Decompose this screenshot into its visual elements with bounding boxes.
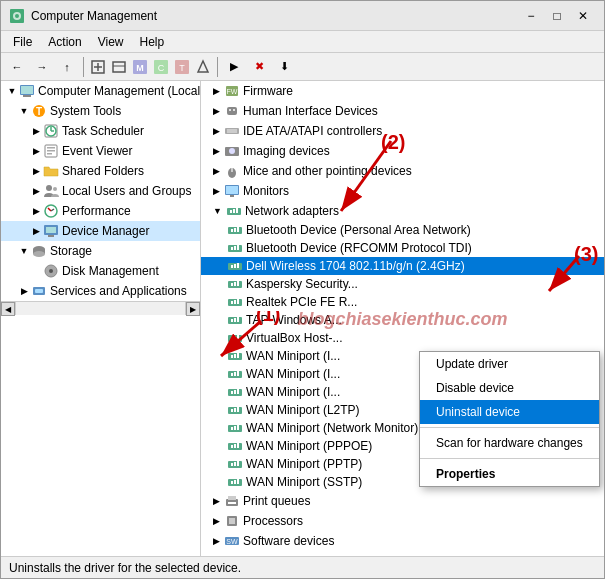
category-monitors[interactable]: ▶ Monitors: [201, 181, 604, 201]
expand-monitors[interactable]: ▶: [213, 186, 220, 196]
toolbar-btn-3[interactable]: M: [130, 56, 150, 78]
toolbar-btn-1[interactable]: [88, 56, 108, 78]
device-kaspersky[interactable]: Kaspersky Security...: [201, 275, 604, 293]
tree-label-services: Services and Applications: [50, 284, 187, 298]
minimize-button[interactable]: −: [518, 3, 544, 29]
tree-item-disk-management[interactable]: ▶ Disk Management: [1, 261, 200, 281]
left-scroll-right[interactable]: ▶: [186, 302, 200, 316]
expand-storage[interactable]: ▼: [17, 244, 31, 258]
expand-mice[interactable]: ▶: [213, 166, 220, 176]
expand-ide[interactable]: ▶: [213, 126, 220, 136]
tree-item-services[interactable]: ▶ Services and Applications: [1, 281, 200, 301]
menu-file[interactable]: File: [5, 33, 40, 51]
label-wan-netmon: WAN Miniport (Network Monitor): [246, 421, 418, 435]
toolbar-btn-2[interactable]: [109, 56, 129, 78]
close-button[interactable]: ✕: [570, 3, 596, 29]
category-ide[interactable]: ▶ IDE ATA/ATAPI controllers: [201, 121, 604, 141]
svg-rect-69: [234, 264, 236, 268]
svg-rect-65: [234, 246, 236, 250]
svg-point-44: [229, 109, 231, 111]
toolbar-btn-6[interactable]: [193, 56, 213, 78]
menu-help[interactable]: Help: [132, 33, 173, 51]
expand-event-viewer[interactable]: ▶: [29, 144, 43, 158]
svg-rect-78: [237, 299, 239, 304]
category-firmware[interactable]: ▶ FW Firmware: [201, 81, 604, 101]
category-imaging[interactable]: ▶ Imaging devices: [201, 141, 604, 161]
category-processors[interactable]: ▶ Processors: [201, 511, 604, 531]
svg-rect-27: [47, 153, 52, 155]
expand-hid[interactable]: ▶: [213, 106, 220, 116]
category-mice[interactable]: ▶ Mice and other pointing devices: [201, 161, 604, 181]
toolbar-stop[interactable]: ✖: [247, 56, 271, 78]
icon-storage: [31, 243, 47, 259]
toolbar-back[interactable]: ←: [5, 56, 29, 78]
context-menu-uninstall-device[interactable]: Uninstall device: [420, 400, 599, 424]
context-menu-update-driver[interactable]: Update driver: [420, 352, 599, 376]
expand-print[interactable]: ▶: [213, 496, 220, 506]
toolbar-play[interactable]: ▶: [222, 56, 246, 78]
context-menu-scan[interactable]: Scan for hardware changes: [420, 431, 599, 455]
expand-processors[interactable]: ▶: [213, 516, 220, 526]
expand-imaging[interactable]: ▶: [213, 146, 220, 156]
svg-rect-120: [228, 496, 236, 500]
expand-system-tools[interactable]: ▼: [17, 104, 31, 118]
category-hid[interactable]: ▶ Human Interface Devices: [201, 101, 604, 121]
expand-task-scheduler[interactable]: ▶: [29, 124, 43, 138]
toolbar-forward[interactable]: →: [30, 56, 54, 78]
svg-rect-56: [230, 210, 232, 213]
svg-point-49: [229, 148, 235, 154]
label-mice: Mice and other pointing devices: [243, 164, 412, 178]
svg-rect-106: [237, 425, 239, 430]
device-realtek[interactable]: Realtek PCIe FE R...: [201, 293, 604, 311]
expand-root[interactable]: ▼: [5, 84, 19, 98]
left-scroll-left[interactable]: ◀: [1, 302, 15, 316]
maximize-button[interactable]: □: [544, 3, 570, 29]
expand-local-users[interactable]: ▶: [29, 184, 43, 198]
tree-item-performance[interactable]: ▶ Performance: [1, 201, 200, 221]
device-tap[interactable]: TAP-Windows A...: [201, 311, 604, 329]
menu-view[interactable]: View: [90, 33, 132, 51]
device-dell-wireless[interactable]: Dell Wireless 1704 802.11b/g/n (2.4GHz): [201, 257, 604, 275]
svg-rect-82: [237, 317, 239, 322]
label-virtualbox: VirtualBox Host-...: [246, 331, 342, 345]
expand-services[interactable]: ▶: [17, 284, 31, 298]
icon-firmware: FW: [224, 83, 240, 99]
icon-processors: [224, 513, 240, 529]
tree-item-shared-folders[interactable]: ▶ Shared Folders: [1, 161, 200, 181]
expand-software[interactable]: ▶: [213, 536, 220, 546]
tree-item-root[interactable]: ▼ Computer Management (Local: [1, 81, 200, 101]
tree-item-local-users[interactable]: ▶ Local Users and Groups: [1, 181, 200, 201]
device-virtualbox[interactable]: VirtualBox Host-...: [201, 329, 604, 347]
tree-item-task-scheduler[interactable]: ▶ Task Scheduler: [1, 121, 200, 141]
label-tap: TAP-Windows A...: [246, 313, 342, 327]
toolbar-refresh[interactable]: ⬇: [272, 56, 296, 78]
toolbar-btn-4[interactable]: C: [151, 56, 171, 78]
category-print[interactable]: ▶ Print queues: [201, 491, 604, 511]
expand-device-manager[interactable]: ▶: [29, 224, 43, 238]
svg-text:SW: SW: [226, 538, 238, 545]
svg-rect-102: [237, 407, 239, 412]
expand-network[interactable]: ▼: [213, 206, 222, 216]
toolbar-up[interactable]: ↑: [55, 56, 79, 78]
expand-firmware[interactable]: ▶: [213, 86, 220, 96]
left-scroll-track[interactable]: [15, 302, 186, 315]
svg-rect-92: [231, 373, 233, 376]
tree-item-storage[interactable]: ▼ Storage: [1, 241, 200, 261]
tree-item-event-viewer[interactable]: ▶ Event Viewer: [1, 141, 200, 161]
icon-imaging: [224, 143, 240, 159]
expand-shared-folders[interactable]: ▶: [29, 164, 43, 178]
context-menu-disable-device[interactable]: Disable device: [420, 376, 599, 400]
device-bluetooth-pan[interactable]: Bluetooth Device (Personal Area Network): [201, 221, 604, 239]
svg-rect-77: [234, 300, 236, 304]
category-network[interactable]: ▼ Network adapters: [201, 201, 604, 221]
tree-item-device-manager[interactable]: ▶ Device Manager: [1, 221, 200, 241]
tree-label-storage: Storage: [50, 244, 92, 258]
toolbar-btn-5[interactable]: T: [172, 56, 192, 78]
svg-rect-109: [234, 444, 236, 448]
menu-action[interactable]: Action: [40, 33, 89, 51]
context-menu-properties[interactable]: Properties: [420, 462, 599, 486]
tree-item-system-tools[interactable]: ▼ T System Tools: [1, 101, 200, 121]
expand-performance[interactable]: ▶: [29, 204, 43, 218]
device-bluetooth-rfc[interactable]: Bluetooth Device (RFCOMM Protocol TDI): [201, 239, 604, 257]
category-software[interactable]: ▶ SW Software devices: [201, 531, 604, 551]
